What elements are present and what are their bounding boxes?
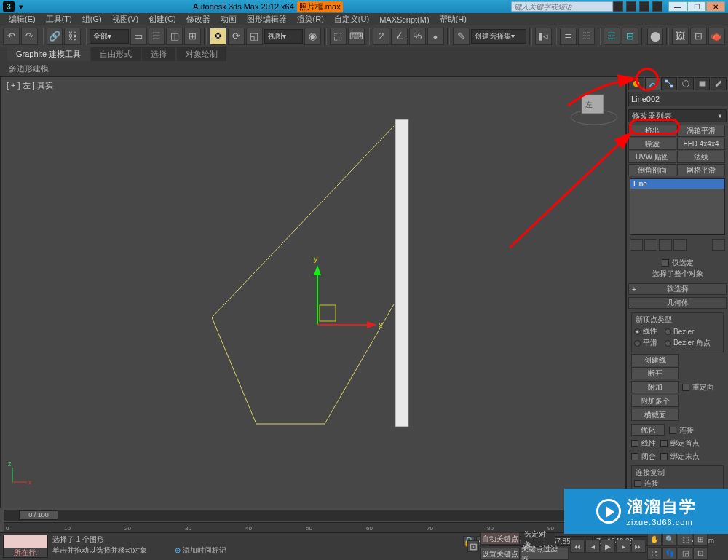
menu-rendering[interactable]: 渲染(R) [293,13,328,25]
mod-bevelprof-button[interactable]: 倒角剖面 [628,164,676,176]
snaps-2d-button[interactable]: 2 [373,28,389,45]
menu-customize[interactable]: 自定义(U) [330,13,373,25]
object-line002[interactable] [212,126,394,424]
radio-bezier[interactable] [665,328,671,335]
nav-maximize-button[interactable]: ◲ [678,547,692,560]
connect-check[interactable] [669,427,676,434]
linear-check[interactable] [631,440,638,447]
nav-walk-button[interactable]: 👣 [662,547,677,560]
create-line-button[interactable]: 创建线 [631,354,679,366]
ribbon-tab-graphite[interactable]: Graphite 建模工具 [7,47,90,61]
remove-mod-button[interactable] [673,239,687,251]
autokey-button[interactable]: 自动关键点 [480,532,520,545]
maxscript-mini-listener[interactable]: 所在行: [3,535,48,558]
ribbon-tab-selection[interactable]: 选择 [142,47,175,61]
ribbon-panel-label[interactable]: 多边形建模 [0,62,728,76]
bindend-check[interactable] [660,453,668,460]
viewcube[interactable]: 左 [571,95,617,125]
modifier-stack[interactable]: Line [630,178,725,235]
keyfilter-button[interactable]: 关键点过滤器... [521,548,569,560]
undo-button[interactable]: ↶ [3,28,20,45]
attach-mult-button[interactable]: 附加多个 [631,395,679,407]
mod-normal-button[interactable]: 法线 [677,151,725,163]
edit-named-sel-button[interactable]: ✎ [453,28,470,45]
select-scale-button[interactable]: ◱ [246,28,263,45]
pivot-center-button[interactable]: ◉ [304,28,321,45]
redo-button[interactable]: ↷ [21,28,38,45]
menu-maxscript[interactable]: MAXScript(M) [375,15,433,25]
show-end-result-button[interactable] [644,239,657,251]
selection-filter[interactable]: 全部 ▾ [90,29,129,44]
goto-start-button[interactable]: ⏮ [570,540,585,553]
nav-other-button[interactable]: ⊡ [693,547,708,560]
select-move-button[interactable]: ✥ [210,28,226,45]
menu-edit[interactable]: 编辑(E) [4,13,40,25]
menu-grapheditors[interactable]: 图形编辑器 [242,13,291,25]
nav-pan-button[interactable]: ✋ [647,533,662,546]
menu-help[interactable]: 帮助(H) [435,13,471,25]
break-button[interactable]: 断开 [631,367,679,379]
modify-tab[interactable] [645,77,661,90]
menu-create[interactable]: 创建(C) [144,13,180,25]
mod-noise-button[interactable]: 噪波 [628,138,676,150]
radio-bezcorner[interactable] [665,340,671,347]
rollup-softsel-header[interactable]: +软选择 [628,283,727,295]
next-frame-button[interactable]: ▸ [616,540,630,553]
rendered-frame-button[interactable]: ⊡ [690,28,707,45]
stack-item-line[interactable]: Line [630,179,724,189]
reorient-check[interactable] [682,384,689,391]
app-logo[interactable]: 3 [3,1,15,12]
menu-tools[interactable]: 工具(T) [41,13,76,25]
create-tab[interactable] [628,77,644,90]
help-search-input[interactable] [511,1,613,12]
render-production-button[interactable]: 🫖 [708,28,725,45]
select-name-button[interactable]: ☰ [149,28,165,45]
help-icon[interactable] [652,1,662,12]
setkey-button[interactable]: 设置关键点 [480,548,520,560]
close-check[interactable] [631,453,638,460]
minimize-button[interactable]: — [668,1,687,12]
ribbon-tab-objectpaint[interactable]: 对象绘制 [177,47,226,61]
snaps-spinner-button[interactable]: ⬥ [427,28,444,45]
isolate-icon[interactable]: ⊡ [467,540,479,552]
named-selection-set[interactable]: 创建选择集 ▾ [471,29,526,44]
nav-zoom-button[interactable]: 🔍 [662,533,677,546]
display-tab[interactable] [695,77,711,90]
connectcopy-check[interactable] [634,480,641,487]
goto-end-button[interactable]: ⏭ [631,540,646,553]
configure-mod-button[interactable] [712,239,725,251]
time-slider-handle[interactable]: 0 / 100 [19,510,58,520]
curve-editor-button[interactable]: ☲ [604,28,620,45]
material-editor-button[interactable]: ⬤ [647,28,664,45]
close-button[interactable]: ✕ [706,1,725,12]
motion-tab[interactable] [678,77,694,90]
utilities-tab[interactable] [711,77,727,90]
ref-coord-system[interactable]: 视图 ▾ [264,29,304,44]
prev-frame-button[interactable]: ◂ [585,540,600,553]
ribbon-tab-freeform[interactable]: 自由形式 [91,47,141,61]
cross-section-button[interactable]: 横截面 [631,409,679,421]
mod-ffd-button[interactable]: FFD 4x4x4 [677,138,725,150]
bindfirst-check[interactable] [660,440,668,447]
menu-group[interactable]: 组(G) [78,13,106,25]
snaps-angle-button[interactable]: ∠ [391,28,408,45]
schematic-view-button[interactable]: ⊞ [622,28,638,45]
hierarchy-tab[interactable] [661,77,677,90]
radio-smooth[interactable] [634,340,641,347]
keyboard-shortcut-button[interactable]: ⌨ [348,28,365,45]
pin-stack-button[interactable] [630,239,643,251]
mirror-button[interactable]: ▮◃ [535,28,552,45]
nav-fov-button[interactable]: ⬚ [678,533,692,546]
radio-linear[interactable] [634,328,641,335]
menu-views[interactable]: 视图(V) [108,13,143,25]
menu-animation[interactable]: 动画 [216,13,241,25]
info-icon[interactable] [613,1,623,12]
select-region-button[interactable]: ◫ [166,28,183,45]
select-object-button[interactable]: ▭ [130,28,147,45]
mod-extrude-button[interactable]: 挤出 [628,125,676,137]
object-name-input[interactable] [628,92,728,106]
mod-uvwmap-button[interactable]: UVW 贴图 [628,151,676,163]
align-button[interactable]: ≣ [560,28,577,45]
star-icon[interactable] [639,1,649,12]
nav-zoomall-button[interactable]: ⊞ [693,533,708,546]
